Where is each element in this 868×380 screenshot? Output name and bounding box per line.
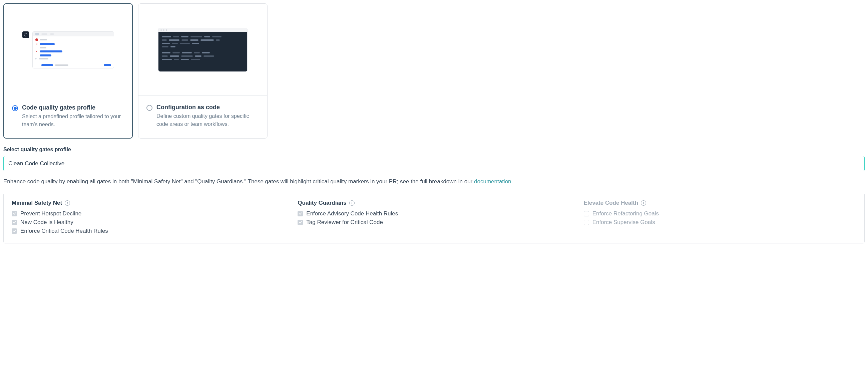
info-icon[interactable]: i — [65, 200, 70, 206]
checkbox-checked-icon — [298, 220, 303, 225]
profile-preview: × × — [4, 4, 132, 96]
config-card-title: Configuration as code — [156, 104, 259, 111]
gates-panel: Minimal Safety Net i Prevent Hotspot Dec… — [3, 193, 865, 243]
gate-item: New Code is Healthy — [12, 219, 284, 226]
gate-item: Enforce Supervise Goals — [584, 219, 856, 226]
minimal-safety-net-column: Minimal Safety Net i Prevent Hotspot Dec… — [12, 200, 284, 236]
gate-item: Tag Reviewer for Critical Code — [298, 219, 570, 226]
info-icon[interactable]: i — [349, 200, 354, 206]
elevate-title: Elevate Code Health i — [584, 200, 856, 206]
checkbox-checked-icon — [12, 220, 17, 225]
documentation-link[interactable]: documentation — [474, 178, 512, 185]
config-mode-radio[interactable] — [147, 105, 152, 111]
profile-select-dropdown[interactable]: Clean Code Collective — [3, 156, 865, 171]
gate-item: Enforce Refactoring Goals — [584, 210, 856, 217]
checkbox-checked-icon — [12, 211, 17, 216]
avatar-icon — [22, 31, 29, 38]
gate-item: Enforce Critical Code Health Rules — [12, 228, 284, 234]
checkbox-unchecked-icon — [584, 220, 589, 225]
info-icon[interactable]: i — [641, 200, 646, 206]
config-as-code-card[interactable]: Configuration as code Define custom qual… — [138, 3, 268, 139]
gate-item: Enforce Advisory Code Health Rules — [298, 210, 570, 217]
elevate-code-health-column: Elevate Code Health i Enforce Refactorin… — [584, 200, 856, 236]
minimal-title: Minimal Safety Net i — [12, 200, 284, 206]
profile-description: Enhance code quality by enabling all gat… — [3, 177, 865, 186]
mode-selection-cards: × × Code quality gates pro — [3, 3, 865, 139]
profile-card-title: Code quality gates profile — [22, 104, 124, 111]
profile-mode-radio[interactable] — [12, 105, 18, 111]
checkbox-checked-icon — [12, 228, 17, 234]
guardians-title: Quality Guardians i — [298, 200, 570, 206]
profile-card-desc: Select a predefined profile tailored to … — [22, 113, 124, 128]
quality-guardians-column: Quality Guardians i Enforce Advisory Cod… — [298, 200, 570, 236]
config-preview — [138, 4, 267, 96]
gate-item: Prevent Hotspot Decline — [12, 210, 284, 217]
checkbox-checked-icon — [298, 211, 303, 216]
profile-select-label: Select quality gates profile — [3, 147, 865, 153]
config-card-desc: Define custom quality gates for specific… — [156, 112, 259, 128]
profile-mode-card[interactable]: × × Code quality gates pro — [3, 3, 133, 139]
checkbox-unchecked-icon — [584, 211, 589, 216]
